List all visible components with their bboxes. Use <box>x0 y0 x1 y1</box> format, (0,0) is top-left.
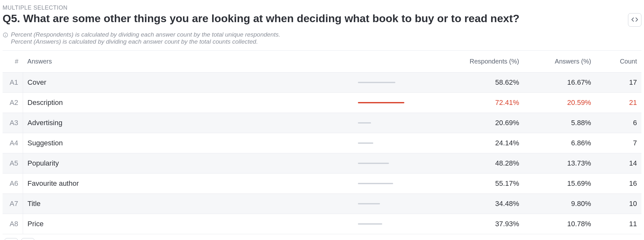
row-bar-cell <box>353 173 451 193</box>
row-answers-pct: 15.69% <box>524 173 596 193</box>
row-count: 16 <box>596 173 641 193</box>
row-answer-label: Popularity <box>23 153 353 173</box>
row-bar <box>358 203 380 204</box>
row-id: A8 <box>3 214 23 234</box>
col-bar <box>353 51 451 73</box>
row-id: A3 <box>3 113 23 133</box>
col-index[interactable]: # <box>3 51 23 73</box>
row-bar <box>358 142 373 144</box>
row-count: 10 <box>596 193 641 214</box>
row-answer-label: Suggestion <box>23 133 353 153</box>
row-respondents-pct: 48.28% <box>452 153 524 173</box>
table-row[interactable]: A2Description72.41%20.59%21 <box>3 92 641 113</box>
col-respondents[interactable]: Respondents (%) <box>452 51 524 73</box>
table-row[interactable]: A4Suggestion24.14%6.86%7 <box>3 133 641 153</box>
calculation-notes: Percent (Respondents) is calculated by d… <box>3 31 641 45</box>
row-answer-label: Cover <box>23 72 353 92</box>
row-count: 6 <box>596 113 641 133</box>
row-bar <box>358 82 395 83</box>
row-id: A1 <box>3 72 23 92</box>
row-answers-pct: 13.73% <box>524 153 596 173</box>
table-row[interactable]: A7Title34.48%9.80%10 <box>3 193 641 214</box>
row-bar-cell <box>353 214 451 234</box>
row-bar-cell <box>353 153 451 173</box>
row-bar <box>358 163 389 164</box>
row-bar <box>358 223 382 225</box>
col-answers-pct[interactable]: Answers (%) <box>524 51 596 73</box>
row-id: A7 <box>3 193 23 214</box>
row-answers-pct: 5.88% <box>524 113 596 133</box>
info-icon <box>3 32 8 38</box>
table-row[interactable]: A6Favourite author55.17%15.69%16 <box>3 173 641 193</box>
svg-point-2 <box>5 34 6 34</box>
row-bar-cell <box>353 133 451 153</box>
question-title: Q5. What are some other things you are l… <box>3 12 519 25</box>
table-row[interactable]: A1Cover58.62%16.67%17 <box>3 72 641 92</box>
table-row[interactable]: A3Advertising20.69%5.88%6 <box>3 113 641 133</box>
row-respondents-pct: 34.48% <box>452 193 524 214</box>
table-row[interactable]: A5Popularity48.28%13.73%14 <box>3 153 641 173</box>
row-answer-label: Advertising <box>23 113 353 133</box>
chart-view-pie-button[interactable] <box>21 238 35 240</box>
row-bar-cell <box>353 92 451 113</box>
col-answers[interactable]: Answers <box>23 51 353 73</box>
row-answers-pct: 6.86% <box>524 133 596 153</box>
row-bar-cell <box>353 72 451 92</box>
row-id: A4 <box>3 133 23 153</box>
row-bar <box>358 122 371 124</box>
row-answers-pct: 9.80% <box>524 193 596 214</box>
row-count: 14 <box>596 153 641 173</box>
row-id: A2 <box>3 92 23 113</box>
row-answer-label: Description <box>23 92 353 113</box>
row-count: 7 <box>596 133 641 153</box>
row-respondents-pct: 55.17% <box>452 173 524 193</box>
row-respondents-pct: 20.69% <box>452 113 524 133</box>
row-respondents-pct: 72.41% <box>452 92 524 113</box>
row-id: A6 <box>3 173 23 193</box>
row-count: 21 <box>596 92 641 113</box>
note-answers: Percent (Answers) is calculated by divid… <box>11 38 280 45</box>
note-respondents: Percent (Respondents) is calculated by d… <box>11 31 280 38</box>
code-icon <box>631 16 638 24</box>
row-respondents-pct: 24.14% <box>452 133 524 153</box>
row-bar-cell <box>353 193 451 214</box>
row-bar <box>358 183 393 184</box>
row-answers-pct: 10.78% <box>524 214 596 234</box>
col-count[interactable]: Count <box>596 51 641 73</box>
row-id: A5 <box>3 153 23 173</box>
row-answers-pct: 20.59% <box>524 92 596 113</box>
embed-code-button[interactable] <box>628 13 641 27</box>
row-answer-label: Title <box>23 193 353 214</box>
results-table: # Answers Respondents (%) Answers (%) Co… <box>3 51 641 234</box>
row-count: 11 <box>596 214 641 234</box>
chart-view-bar-button[interactable] <box>4 238 18 240</box>
row-bar-cell <box>353 113 451 133</box>
row-count: 17 <box>596 72 641 92</box>
table-row[interactable]: A8Price37.93%10.78%11 <box>3 214 641 234</box>
question-type-label: MULTIPLE SELECTION <box>3 4 641 11</box>
row-answers-pct: 16.67% <box>524 72 596 92</box>
row-answer-label: Favourite author <box>23 173 353 193</box>
row-respondents-pct: 58.62% <box>452 72 524 92</box>
row-answer-label: Price <box>23 214 353 234</box>
row-bar <box>358 102 404 103</box>
row-respondents-pct: 37.93% <box>452 214 524 234</box>
